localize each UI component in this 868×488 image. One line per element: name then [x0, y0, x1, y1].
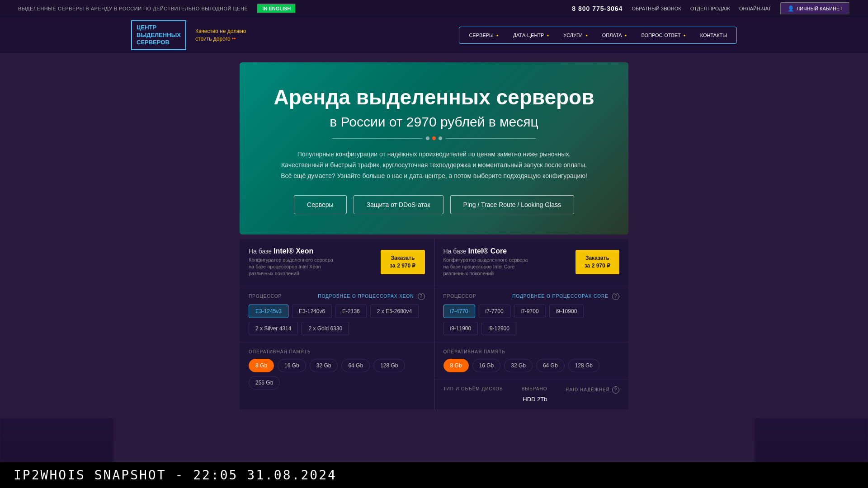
- xeon-proc-section: ПРОЦЕССОР подробнее о процессорах Xeon ?…: [240, 286, 434, 342]
- hero-subtitle: в России от 2970 рублей в месяц: [267, 114, 601, 130]
- core-proc-i9-10900[interactable]: i9-10900: [549, 305, 584, 318]
- xeon-ram-section: ОПЕРАТИВНАЯ ПАМЯТЬ 8 Gb 16 Gb 32 Gb 64 G…: [240, 342, 434, 396]
- core-ram-128gb[interactable]: 128 Gb: [568, 359, 599, 372]
- nav-datacenter[interactable]: ДАТА-ЦЕНТР ●: [506, 27, 557, 43]
- divider-dots: [426, 136, 442, 140]
- core-order-button[interactable]: Заказать за 2 970 ₽: [576, 250, 619, 274]
- nav-dot: ●: [625, 33, 627, 38]
- xeon-ram-256gb[interactable]: 256 Gb: [249, 376, 280, 389]
- nav-servers[interactable]: СЕРВЕРЫ ●: [462, 27, 505, 43]
- raid-info-icon[interactable]: ?: [612, 386, 619, 394]
- core-raid-wrap: RAID надёжней ?: [566, 386, 619, 398]
- xeon-ram-64gb[interactable]: 64 Gb: [341, 359, 370, 372]
- core-proc-link[interactable]: подробнее о процессорах Core ?: [512, 293, 619, 300]
- xeon-proc-link[interactable]: подробнее о процессорах Xeon ?: [318, 293, 425, 300]
- xeon-ram-32gb[interactable]: 32 Gb: [310, 359, 338, 372]
- hero-title: Аренда выделенных серверов: [267, 85, 601, 110]
- xeon-ram-options: 8 Gb 16 Gb 32 Gb 64 Gb 128 Gb 256 Gb: [249, 359, 425, 389]
- xeon-proc-silver4314[interactable]: 2 x Silver 4314: [249, 322, 298, 335]
- xeon-proc-label: ПРОЦЕССОР подробнее о процессорах Xeon ?: [249, 293, 425, 300]
- nav-dot: ●: [496, 33, 499, 38]
- hero-buttons: Серверы Защита от DDoS-атак Ping / Trace…: [267, 195, 601, 214]
- lang-button[interactable]: IN ENGLISH: [257, 4, 296, 14]
- xeon-ram-8gb[interactable]: 8 Gb: [249, 359, 274, 372]
- xeon-proc-info-icon[interactable]: ?: [418, 293, 425, 300]
- core-card-subtitle: Конфигуратор выделенного сервера на базе…: [443, 257, 534, 277]
- core-proc-options: i7-4770 i7-7700 i7-9700 i9-10900 i9-1190…: [443, 305, 620, 335]
- top-bar: ВЫДЕЛЕННЫЕ СЕРВЕРЫ В АРЕНДУ В РОССИИ ПО …: [0, 0, 868, 17]
- core-proc-i9-12900[interactable]: i9-12900: [481, 322, 516, 335]
- hero-divider: [267, 136, 601, 140]
- top-bar-actions: 8 800 775-3064 ОБРАТНЫЙ ЗВОНОК ОТДЕЛ ПРО…: [572, 2, 850, 15]
- core-proc-section: ПРОЦЕССОР подробнее о процессорах Core ?…: [434, 286, 629, 342]
- xeon-ram-16gb[interactable]: 16 Gb: [278, 359, 306, 372]
- core-disk-selected-label: ВЫБРАНО: [522, 386, 547, 391]
- header: ЦЕНТР ВЫДЕЛЕННЫХ СЕРВЕРОВ Качество не до…: [0, 17, 868, 53]
- core-ram-16gb[interactable]: 16 Gb: [472, 359, 501, 372]
- xeon-ram-label: ОПЕРАТИВНАЯ ПАМЯТЬ: [249, 349, 425, 354]
- sales-link[interactable]: ОТДЕЛ ПРОДАЖ: [690, 6, 730, 11]
- core-proc-i9-11900[interactable]: i9-11900: [443, 322, 478, 335]
- core-card-header: На базе Intel® Core Конфигуратор выделен…: [434, 239, 629, 286]
- nav-contacts[interactable]: КОНТАКТЫ: [693, 27, 734, 43]
- core-ram-options: 8 Gb 16 Gb 32 Gb 64 Gb 128 Gb: [443, 359, 620, 372]
- cabinet-button[interactable]: ЛИЧНЫЙ КАБИНЕТ: [780, 2, 850, 15]
- nav-dot: ●: [684, 33, 686, 38]
- logo-text: ЦЕНТР ВЫДЕЛЕННЫХ СЕРВЕРОВ: [137, 24, 181, 47]
- core-card-title: На базе Intel® Core: [443, 247, 534, 255]
- xeon-card-info: На базе Intel® Xeon Конфигуратор выделен…: [249, 247, 339, 277]
- content-area: Аренда выделенных серверов в России от 2…: [240, 62, 628, 409]
- main-nav: СЕРВЕРЫ ● ДАТА-ЦЕНТР ● УСЛУГИ ● ОПЛАТА ●…: [459, 27, 737, 44]
- chat-link[interactable]: ОНЛАЙН-ЧАТ: [739, 6, 771, 11]
- promo-text: ВЫДЕЛЕННЫЕ СЕРВЕРЫ В АРЕНДУ В РОССИИ ПО …: [18, 6, 248, 11]
- core-disk-section: ТИП И ОБЪЁМ ДИСКОВ ВЫБРАНО HDD 2Tb RAID …: [434, 379, 629, 409]
- nav-faq[interactable]: ВОПРОС-ОТВЕТ ●: [634, 27, 693, 43]
- core-ram-32gb[interactable]: 32 Gb: [504, 359, 533, 372]
- core-proc-info-icon[interactable]: ?: [612, 293, 619, 300]
- dot-3: [439, 136, 442, 140]
- xeon-order-button[interactable]: Заказать за 2 970 ₽: [381, 250, 425, 274]
- core-proc-i7-4770[interactable]: i7-4770: [443, 305, 475, 318]
- main-wrapper: Аренда выделенных серверов в России от 2…: [0, 53, 868, 418]
- watermark: IP2WHOIS SNAPSHOT - 22:05 31.08.2024: [0, 462, 868, 488]
- core-proc-i7-9700[interactable]: i7-9700: [514, 305, 546, 318]
- core-card-info: На базе Intel® Core Конфигуратор выделен…: [443, 247, 534, 277]
- core-ram-label: ОПЕРАТИВНАЯ ПАМЯТЬ: [443, 349, 620, 354]
- divider-line-right: [446, 138, 536, 139]
- core-ram-64gb[interactable]: 64 Gb: [536, 359, 565, 372]
- xeon-proc-e5-2680v4[interactable]: 2 x E5-2680v4: [370, 305, 419, 318]
- nav-dot: ●: [585, 33, 588, 38]
- logo-tagline: Качество не должно стоить дорого ••: [195, 28, 246, 43]
- xeon-proc-e2136[interactable]: E-2136: [335, 305, 367, 318]
- phone-number[interactable]: 8 800 775-3064: [572, 5, 623, 12]
- hero-desc: Популярные конфигурации от надёжных прои…: [267, 149, 601, 181]
- ping-trace-button[interactable]: Ping / Trace Route / Looking Glass: [450, 195, 574, 214]
- logo-box: ЦЕНТР ВЫДЕЛЕННЫХ СЕРВЕРОВ: [131, 20, 186, 51]
- nav-payment[interactable]: ОПЛАТА ●: [595, 27, 634, 43]
- core-ram-8gb[interactable]: 8 Gb: [443, 359, 469, 372]
- xeon-ram-128gb[interactable]: 128 Gb: [373, 359, 405, 372]
- xeon-card-title: На базе Intel® Xeon: [249, 247, 339, 255]
- core-disk-selected-wrap: ВЫБРАНО HDD 2Tb: [522, 386, 547, 403]
- hero-banner: Аренда выделенных серверов в России от 2…: [240, 62, 628, 235]
- core-disk-selected-value: HDD 2Tb: [522, 396, 547, 403]
- callback-link[interactable]: ОБРАТНЫЙ ЗВОНОК: [632, 6, 681, 11]
- dot-1: [426, 136, 429, 140]
- xeon-proc-e3-1240v6[interactable]: E3-1240v6: [292, 305, 332, 318]
- logo[interactable]: ЦЕНТР ВЫДЕЛЕННЫХ СЕРВЕРОВ Качество не до…: [131, 20, 246, 51]
- dot-2: [432, 136, 436, 140]
- xeon-card-subtitle: Конфигуратор выделенного сервера на базе…: [249, 257, 339, 277]
- xeon-card-header: На базе Intel® Xeon Конфигуратор выделен…: [240, 239, 434, 286]
- divider-line-left: [332, 138, 422, 139]
- core-raid-label: RAID надёжней ?: [566, 386, 619, 394]
- servers-button[interactable]: Серверы: [294, 195, 347, 214]
- nav-services[interactable]: УСЛУГИ ●: [556, 27, 594, 43]
- xeon-proc-gold6330[interactable]: 2 x Gold 6330: [302, 322, 349, 335]
- core-disk-label: ТИП И ОБЪЁМ ДИСКОВ: [443, 386, 503, 391]
- ddos-protection-button[interactable]: Защита от DDoS-атак: [354, 195, 443, 214]
- core-proc-i7-7700[interactable]: i7-7700: [479, 305, 510, 318]
- xeon-proc-options: E3-1245v3 E3-1240v6 E-2136 2 x E5-2680v4…: [249, 305, 425, 335]
- xeon-card: На базе Intel® Xeon Конфигуратор выделен…: [240, 239, 434, 409]
- xeon-proc-e3-1245v3[interactable]: E3-1245v3: [249, 305, 288, 318]
- core-proc-label: ПРОЦЕССОР подробнее о процессорах Core ?: [443, 293, 620, 300]
